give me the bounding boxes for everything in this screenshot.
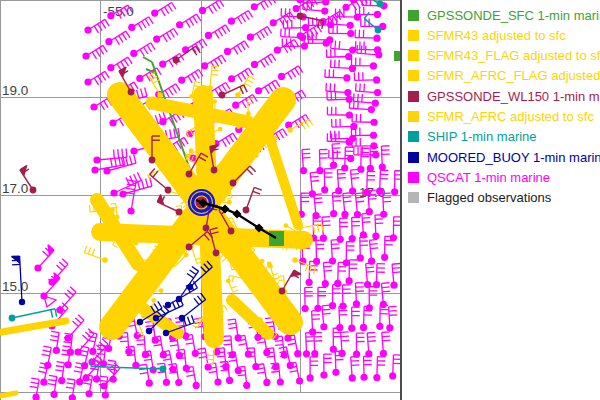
legend-item-moored_buoy: MOORED_BUOY 1-min marine xyxy=(408,150,600,164)
legend-swatch-sfmr_afrc xyxy=(408,111,419,122)
legend-label-sfmr43: SFMR43 adjusted to sfc xyxy=(427,28,566,43)
map-panel: -55.019.017.015.017.0 xyxy=(0,0,402,400)
legend-item-gpssonde_sfc: GPSSONDE_SFC 1-min marine xyxy=(408,8,600,22)
legend-swatch-gpssonde_sfc xyxy=(408,10,419,21)
legend-swatch-moored_buoy xyxy=(408,152,419,163)
legend-item-gpssonde_wl150: GPSSONDE_WL150 1-min marine xyxy=(408,89,600,103)
legend-swatch-sfmr43 xyxy=(408,30,419,41)
legend-item-sfmr_afrc: SFMR_AFRC adjusted to sfc xyxy=(408,110,594,124)
legend-swatch-sfmr43_flag xyxy=(408,50,419,61)
legend-label-sfmr43_flag: SFMR43_FLAG adjusted to sfc xyxy=(427,48,600,63)
legend-label-gpssonde_wl150: GPSSONDE_WL150 1-min marine xyxy=(427,89,600,104)
svg-text:19.0: 19.0 xyxy=(2,83,28,98)
legend-label-qscat: QSCAT 1-min marine xyxy=(427,170,550,185)
observation-plot-window: -55.019.017.015.017.0 GPSSONDE_SFC 1-min… xyxy=(0,0,600,400)
legend-label-flagged: Flagged observations xyxy=(427,190,551,205)
legend-item-sfmr43: SFMR43 adjusted to sfc xyxy=(408,28,566,42)
legend-label-gpssonde_sfc: GPSSONDE_SFC 1-min marine xyxy=(427,8,600,23)
obs-map: -55.019.017.015.017.0 xyxy=(0,0,402,400)
legend-swatch-flagged xyxy=(408,192,419,203)
legend-item-qscat: QSCAT 1-min marine xyxy=(408,170,550,184)
legend-swatch-sfmr_afrc_flag xyxy=(408,70,419,81)
legend-swatch-ship xyxy=(408,131,419,142)
legend-label-ship: SHIP 1-min marine xyxy=(427,129,537,144)
svg-text:17.0: 17.0 xyxy=(2,181,28,196)
legend-swatch-qscat xyxy=(408,172,419,183)
legend-label-sfmr_afrc_flag: SFMR_AFRC_FLAG adjusted to sfc xyxy=(427,68,600,83)
legend-label-moored_buoy: MOORED_BUOY 1-min marine xyxy=(427,150,600,165)
legend-swatch-gpssonde_wl150 xyxy=(408,91,419,102)
legend-item-ship: SHIP 1-min marine xyxy=(408,130,537,144)
legend-item-flagged: Flagged observations xyxy=(408,191,551,205)
svg-text:15.0: 15.0 xyxy=(2,279,28,294)
legend-panel: GPSSONDE_SFC 1-min marineSFMR43 adjusted… xyxy=(402,0,600,400)
legend-label-sfmr_afrc: SFMR_AFRC adjusted to sfc xyxy=(427,109,594,124)
legend-item-sfmr43_flag: SFMR43_FLAG adjusted to sfc xyxy=(408,49,600,63)
legend-item-sfmr_afrc_flag: SFMR_AFRC_FLAG adjusted to sfc xyxy=(408,69,600,83)
